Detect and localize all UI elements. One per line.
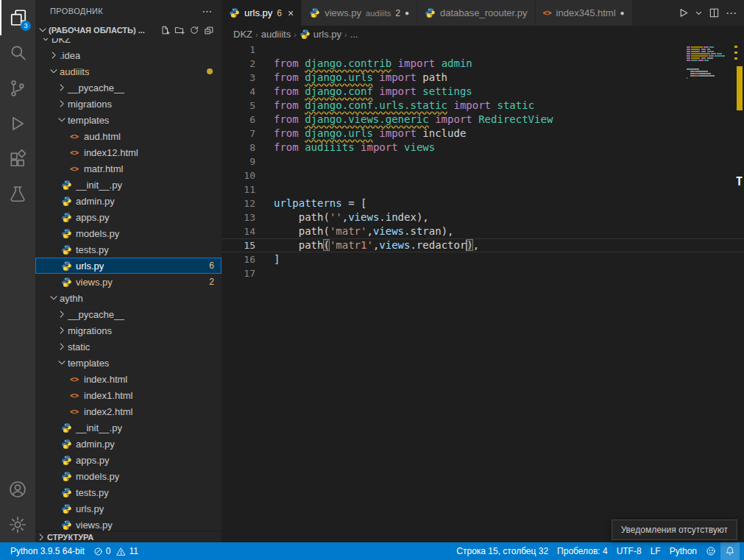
- tree-item-templates[interactable]: templates: [35, 355, 222, 371]
- refresh-icon[interactable]: [189, 25, 199, 35]
- new-folder-icon[interactable]: [174, 25, 185, 35]
- code-line[interactable]: 4from django.conf import settings: [222, 85, 744, 99]
- tab-urls-py[interactable]: urls.py6×: [222, 0, 302, 26]
- tree-item-static[interactable]: static: [35, 339, 222, 355]
- line-number[interactable]: 6: [222, 113, 255, 127]
- tab-database-roouter-py[interactable]: database_roouter.py: [417, 0, 536, 26]
- tree-item-index2-html[interactable]: <>index2.html: [35, 403, 222, 419]
- line-number[interactable]: 4: [222, 85, 255, 99]
- settings-icon[interactable]: [0, 507, 35, 542]
- tree-item-tests-py[interactable]: tests.py: [35, 484, 222, 500]
- testing-icon[interactable]: [0, 177, 35, 212]
- tree-item-init-py[interactable]: __init__.py: [35, 177, 222, 193]
- status-problems[interactable]: 011: [89, 542, 143, 560]
- code-line[interactable]: 9: [222, 155, 744, 169]
- tree-item-apps-py[interactable]: apps.py: [35, 452, 222, 468]
- tree-item-templates[interactable]: templates: [35, 112, 222, 128]
- minimap[interactable]: [687, 44, 732, 82]
- code-line[interactable]: 8from audiiits import views: [222, 141, 744, 155]
- tree-item-aythh[interactable]: aythh: [35, 290, 222, 306]
- status-encoding[interactable]: UTF-8: [612, 542, 646, 560]
- tab-views-py[interactable]: views.pyaudiiits2●: [302, 0, 417, 26]
- line-number[interactable]: 12: [222, 196, 255, 210]
- outline-section-header[interactable]: СТРУКТУРА: [35, 531, 222, 542]
- tree-item-urls-py[interactable]: urls.py: [35, 500, 222, 517]
- tree-item-tests-py[interactable]: tests.py: [35, 241, 222, 258]
- code-line[interactable]: 7from django.urls import include: [222, 127, 744, 141]
- notifications-bell-icon[interactable]: [720, 542, 740, 560]
- line-number[interactable]: 7: [222, 127, 255, 141]
- status-python-version[interactable]: Python 3.9.5 64-bit: [6, 542, 89, 560]
- tree-item-index1-html[interactable]: <>index1.html: [35, 387, 222, 403]
- split-editor-icon[interactable]: [709, 7, 720, 18]
- tab-index345-html[interactable]: <>index345.html●: [536, 0, 633, 26]
- tree-item-admin-py[interactable]: admin.py: [35, 436, 222, 452]
- code-line[interactable]: 1: [222, 43, 744, 57]
- code-line[interactable]: 15 path('matr1',views.redactor),: [222, 238, 744, 252]
- tree-item-index-html[interactable]: <>index.html: [35, 371, 222, 387]
- status-indentation[interactable]: Пробелов: 4: [553, 542, 612, 560]
- code-line[interactable]: 5from django.conf.urls.static import sta…: [222, 99, 744, 113]
- line-number[interactable]: 14: [222, 224, 255, 238]
- tree-item-aud-html[interactable]: <>aud.html: [35, 128, 222, 144]
- breadcrumb-item-dkz[interactable]: DKZ: [233, 29, 252, 40]
- code-line[interactable]: 2from django.contrib import admin: [222, 57, 744, 71]
- collapse-all-icon[interactable]: [204, 25, 214, 35]
- run-button[interactable]: [678, 7, 689, 18]
- status-cursor-position[interactable]: Строка 15, столбец 32: [452, 542, 553, 560]
- account-icon[interactable]: [0, 472, 35, 507]
- tree-item-views-py[interactable]: views.py: [35, 517, 222, 531]
- code-line[interactable]: 16]: [222, 252, 744, 266]
- tree-item-pycache[interactable]: __pycache__: [35, 306, 222, 322]
- line-number[interactable]: 8: [222, 141, 255, 155]
- line-number[interactable]: 11: [222, 182, 255, 196]
- line-number[interactable]: 13: [222, 210, 255, 224]
- code-line[interactable]: 6from django.views.generic import Redire…: [222, 113, 744, 127]
- code-line[interactable]: 10: [222, 169, 744, 182]
- tree-item-models-py[interactable]: models.py: [35, 468, 222, 484]
- run-dropdown-icon[interactable]: [695, 9, 703, 17]
- dirty-indicator[interactable]: ●: [620, 9, 625, 17]
- tree-item-urls-py[interactable]: urls.py6: [35, 258, 222, 274]
- tree-item-admin-py[interactable]: admin.py: [35, 193, 222, 209]
- more-actions-icon[interactable]: ⋯: [726, 7, 737, 20]
- tree-item-pycache[interactable]: __pycache__: [35, 79, 222, 96]
- status-language[interactable]: Python: [665, 542, 701, 560]
- line-number[interactable]: 9: [222, 155, 255, 169]
- search-icon[interactable]: [0, 35, 35, 71]
- line-number[interactable]: 16: [222, 252, 255, 266]
- close-icon[interactable]: ×: [288, 7, 294, 19]
- overview-ruler[interactable]: [734, 43, 744, 542]
- tree-item-index12-html[interactable]: <>index12.html: [35, 144, 222, 160]
- code-line[interactable]: 11: [222, 182, 744, 196]
- extensions-icon[interactable]: [0, 141, 35, 177]
- line-number[interactable]: 3: [222, 71, 255, 85]
- status-eol[interactable]: LF: [646, 542, 665, 560]
- feedback-icon[interactable]: [701, 542, 720, 560]
- tree-item-models-py[interactable]: models.py: [35, 225, 222, 241]
- source-control-icon[interactable]: [0, 71, 35, 106]
- line-number[interactable]: 15: [222, 238, 255, 252]
- line-number[interactable]: 2: [222, 57, 255, 71]
- line-number[interactable]: 1: [222, 43, 255, 57]
- run-debug-icon[interactable]: [0, 106, 35, 141]
- tree-item-apps-py[interactable]: apps.py: [35, 209, 222, 225]
- tree-item-audiiits[interactable]: audiiits: [35, 63, 222, 79]
- breadcrumb-item-urls-py[interactable]: urls.py: [300, 29, 341, 40]
- line-number[interactable]: 10: [222, 169, 255, 182]
- breadcrumb-item-audiiits[interactable]: audiiits: [261, 29, 291, 40]
- tree-item-migrations[interactable]: migrations: [35, 322, 222, 339]
- code-line[interactable]: 14 path('matr',views.stran),: [222, 224, 744, 238]
- code-line[interactable]: 13 path('',views.index),: [222, 210, 744, 224]
- line-number[interactable]: 17: [222, 266, 255, 280]
- tree-item-init-py[interactable]: __init__.py: [35, 419, 222, 436]
- code-editor[interactable]: 12from django.contrib import admin3from …: [222, 43, 744, 542]
- explorer-icon[interactable]: 3: [0, 0, 35, 35]
- tree-item-views-py[interactable]: views.py2: [35, 274, 222, 290]
- code-line[interactable]: 17: [222, 266, 744, 280]
- dirty-indicator[interactable]: ●: [405, 9, 409, 17]
- tree-item-dkz[interactable]: DKZ: [35, 38, 222, 47]
- code-line[interactable]: 3from django.urls import path: [222, 71, 744, 85]
- workspace-section-header[interactable]: (РАБОЧАЯ ОБЛАСТЬ) ...: [35, 22, 222, 38]
- tree-item-idea[interactable]: .idea: [35, 47, 222, 63]
